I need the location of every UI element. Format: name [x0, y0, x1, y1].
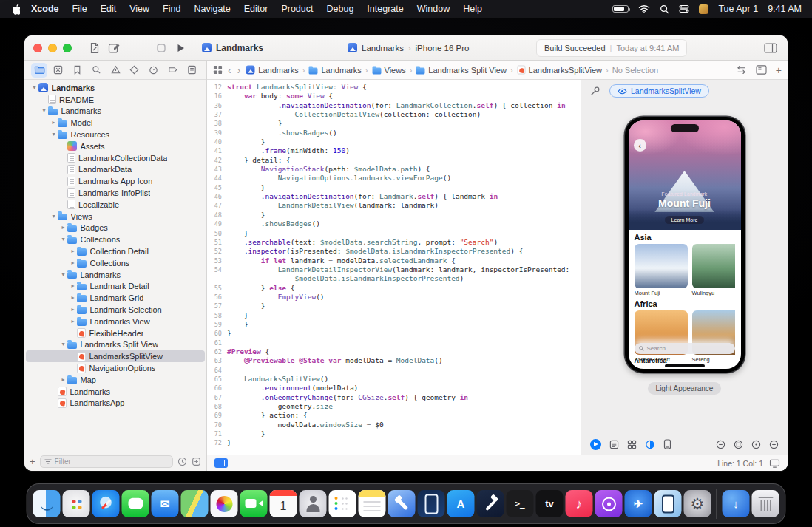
file-tree-row[interactable]: ▾Collections	[26, 234, 205, 245]
file-tree-row[interactable]: ▾Landmarks	[26, 106, 205, 118]
edit-document-icon[interactable]	[85, 40, 104, 56]
code-line[interactable]: $modelData.isLandmarkInspectorPresented)	[207, 274, 581, 283]
selectable-mode-icon[interactable]	[609, 440, 619, 449]
menu-bar-time[interactable]: 9:41 AM	[768, 4, 802, 14]
dock-appstore-icon[interactable]: A	[447, 490, 475, 517]
minimize-window-button[interactable]	[48, 44, 57, 52]
menu-product[interactable]: Product	[274, 4, 319, 14]
menu-xcode[interactable]: Xcode	[24, 4, 66, 14]
landmark-thumbnail[interactable]: Sahara Desert	[635, 310, 688, 363]
breadcrumb-item[interactable]: Views	[372, 66, 406, 75]
code-line[interactable]: 59 }	[207, 320, 581, 329]
learn-more-button[interactable]: Learn More	[665, 216, 705, 224]
code-line[interactable]: 47 LandmarkDetailView(landmark: landmark…	[207, 201, 581, 210]
zoom-actual-size-icon[interactable]	[751, 440, 761, 449]
code-line[interactable]: 66 .environment(modelData)	[207, 384, 581, 392]
code-line[interactable]: 42 } detail: {	[207, 156, 581, 165]
dock-maps-icon[interactable]	[181, 490, 209, 517]
dock-finder-icon[interactable]	[33, 490, 61, 517]
stop-button[interactable]	[152, 40, 171, 56]
file-tree-row[interactable]: FlexibleHeader	[26, 327, 205, 339]
inspector-toggle-icon[interactable]	[761, 40, 780, 56]
dock-developer-icon[interactable]	[477, 490, 504, 517]
menu-window[interactable]: Window	[410, 4, 456, 14]
file-tree-row[interactable]: ▸Landmarks View	[26, 316, 205, 327]
menu-help[interactable]: Help	[456, 4, 489, 14]
disclosure-triangle-icon[interactable]: ▾	[59, 272, 67, 278]
window-tab[interactable]: Landmarks	[202, 43, 263, 53]
breakpoint-navigator-icon[interactable]	[164, 63, 180, 78]
menu-edit[interactable]: Edit	[94, 4, 124, 14]
variants-icon[interactable]	[627, 440, 637, 449]
disclosure-triangle-icon[interactable]: ▸	[50, 120, 58, 126]
file-tree-row[interactable]: ▸Model	[26, 117, 205, 129]
device-settings-icon[interactable]	[663, 439, 671, 449]
code-line[interactable]: 36 .navigationDestination(for: LandmarkC…	[207, 101, 581, 110]
dock-facetime-icon[interactable]	[240, 490, 268, 517]
dock-tv-icon[interactable]: tv	[536, 490, 564, 517]
display-icon[interactable]	[769, 459, 780, 468]
featured-landmark-card[interactable]: Featured Landmark Mount Fuji Learn More	[629, 120, 741, 230]
file-tree-row[interactable]: LandmarkData	[26, 164, 205, 176]
dock-podcasts-icon[interactable]	[595, 490, 623, 517]
code-line[interactable]: 41 .frame(minWidth: 150)	[207, 146, 581, 155]
appearance-button[interactable]: Light Appearance	[648, 382, 722, 395]
disclosure-triangle-icon[interactable]: ▾	[50, 214, 58, 220]
dock-launchpad-icon[interactable]	[63, 490, 90, 517]
report-navigator-icon[interactable]	[183, 63, 200, 78]
related-items-icon[interactable]	[213, 65, 223, 75]
file-tree-row[interactable]: README	[26, 94, 205, 106]
dock-downloads-icon[interactable]: ↓	[723, 490, 750, 517]
code-line[interactable]: 12struct LandmarksSplitView: View {	[207, 83, 581, 92]
code-line[interactable]: 49 .showsBadges()	[207, 220, 581, 228]
source-control-filter-icon[interactable]	[192, 457, 201, 466]
dock-notes-icon[interactable]	[359, 490, 386, 517]
file-tree-row[interactable]: ▾Landmarks Split View	[26, 339, 205, 351]
breadcrumb-item[interactable]: Landmarks	[246, 65, 298, 75]
code-line[interactable]: 68 geometry.size	[207, 402, 581, 411]
dock-simulator-icon[interactable]	[418, 490, 445, 517]
apple-menu-icon[interactable]	[10, 4, 20, 15]
zoom-window-button[interactable]	[63, 44, 72, 52]
bookmark-navigator-icon[interactable]	[70, 63, 86, 78]
forward-button[interactable]: ›	[237, 65, 242, 75]
activity-view[interactable]: Build Succeeded | Today at 9:41 AM	[536, 39, 687, 57]
code-line[interactable]: 16 var body: some View {	[207, 92, 581, 101]
add-editor-icon[interactable]: +	[776, 64, 782, 76]
compose-document-icon[interactable]	[104, 40, 124, 56]
code-line[interactable]: 51 .searchable(text: $modelData.searchSt…	[207, 238, 581, 247]
recent-files-filter-icon[interactable]	[177, 457, 187, 466]
breadcrumb-item[interactable]: LandmarksSplitView	[517, 65, 602, 75]
file-tree-row[interactable]: ▸Map	[26, 374, 205, 386]
editor-options-icon[interactable]	[756, 65, 767, 75]
code-line[interactable]: 50 }	[207, 229, 581, 238]
disclosure-triangle-icon[interactable]: ▾	[50, 132, 58, 137]
code-line[interactable]: 70 modelData.windowSize = $0	[207, 421, 581, 429]
menu-file[interactable]: File	[66, 4, 94, 14]
scheme-project-label[interactable]: Landmarks	[362, 44, 404, 52]
search-icon[interactable]	[660, 4, 669, 14]
code-line[interactable]: 43 NavigationStack(path: $modelData.path…	[207, 165, 581, 174]
scheme-device-label[interactable]: iPhone 16 Pro	[416, 44, 470, 52]
code-line[interactable]: 58 }	[207, 311, 581, 320]
code-line[interactable]: 44 NavigationOptions.landmarks.viewForPa…	[207, 174, 581, 183]
disclosure-triangle-icon[interactable]: ▾	[30, 85, 38, 91]
file-tree-row[interactable]: ▾Resources	[26, 129, 205, 140]
file-tree-row[interactable]: Landmarks	[26, 386, 205, 398]
menu-view[interactable]: View	[123, 4, 156, 14]
code-line[interactable]: 45 }	[207, 183, 581, 192]
menu-editor[interactable]: Editor	[237, 4, 275, 14]
file-tree-row[interactable]: Assets	[26, 140, 205, 152]
disclosure-triangle-icon[interactable]: ▾	[59, 237, 67, 242]
code-line[interactable]: 37 CollectionDetailView(collection: coll…	[207, 110, 581, 119]
battery-icon[interactable]	[612, 5, 629, 13]
code-line[interactable]: 72}	[207, 438, 581, 447]
code-line[interactable]: 53 if let landmark = modelData.selectedL…	[207, 256, 581, 265]
source-control-navigator-icon[interactable]	[50, 63, 67, 78]
dock-iphone-mirroring-icon[interactable]	[654, 490, 682, 517]
file-tree-row[interactable]: Landmarks App Icon	[26, 175, 205, 187]
file-tree-row[interactable]: ▾Landmarks	[26, 82, 205, 94]
file-tree-row[interactable]: ▸Landmark Grid	[26, 292, 205, 304]
live-preview-button[interactable]	[590, 439, 601, 450]
dock-reminders-icon[interactable]	[329, 490, 356, 517]
